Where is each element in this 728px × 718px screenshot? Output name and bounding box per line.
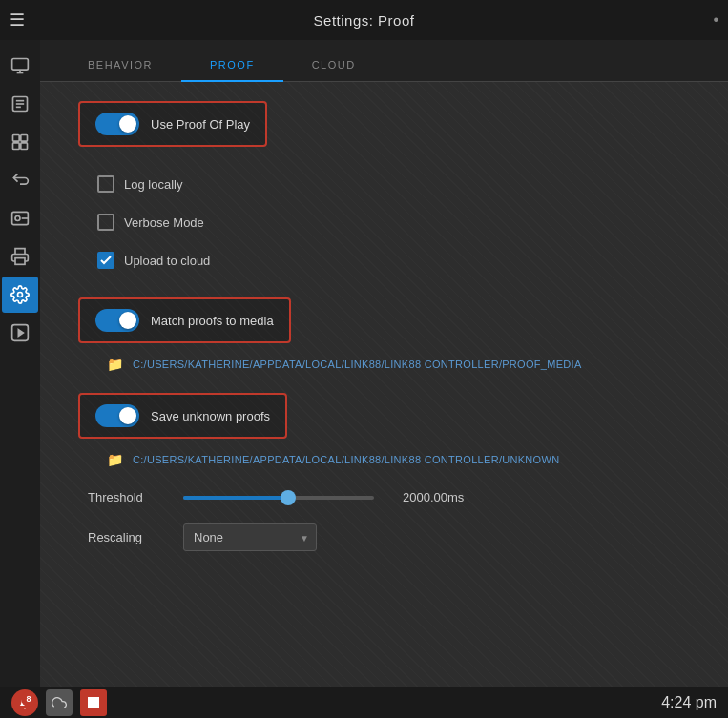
rescaling-row: Rescaling None Fit Fill Stretch xyxy=(88,523,690,551)
upload-to-cloud-label: Upload to cloud xyxy=(124,254,210,268)
cloud-status-button[interactable] xyxy=(46,689,73,716)
hamburger-button[interactable]: ☰ xyxy=(10,10,25,31)
unknown-path-row: 📁 C:/USERS/KATHERINE/APPDATA/LOCAL/LINK8… xyxy=(107,452,690,467)
upload-to-cloud-checkbox[interactable] xyxy=(97,252,114,269)
proof-media-path-link[interactable]: C:/USERS/KATHERINE/APPDATA/LOCAL/LINK88/… xyxy=(133,359,582,370)
tab-behavior[interactable]: BEHAVIOR xyxy=(59,50,181,82)
log-locally-checkbox-row[interactable]: Log locally xyxy=(97,170,182,198)
match-proofs-toggle-knob xyxy=(119,312,136,329)
sidebar-item-layout[interactable] xyxy=(2,124,38,160)
save-unknown-proofs-toggle[interactable] xyxy=(95,404,139,427)
save-unknown-proofs-label: Save unknown proofs xyxy=(151,409,270,423)
match-proofs-toggle[interactable] xyxy=(95,309,139,332)
svg-rect-10 xyxy=(21,143,28,150)
match-proofs-row: Match proofs to media xyxy=(78,297,690,343)
sidebar-item-back[interactable] xyxy=(2,162,38,198)
unknown-folder-icon: 📁 xyxy=(107,452,123,467)
toggle-knob xyxy=(119,115,136,133)
threshold-slider-track[interactable] xyxy=(183,496,374,500)
rescaling-select-wrapper[interactable]: None Fit Fill Stretch xyxy=(183,523,317,551)
svg-point-14 xyxy=(18,293,23,297)
sidebar xyxy=(0,40,40,687)
sidebar-item-play[interactable] xyxy=(2,315,38,351)
svg-marker-16 xyxy=(18,330,23,337)
verbose-mode-checkbox-row[interactable]: Verbose Mode xyxy=(97,208,204,236)
unknown-path-link[interactable]: C:/USERS/KATHERINE/APPDATA/LOCAL/LINK88/… xyxy=(133,454,559,465)
status-time: 4:24 pm xyxy=(661,694,717,711)
sidebar-item-display[interactable] xyxy=(2,48,38,84)
main-layout: BEHAVIOR PROOF CLOUD Use Proof Of Play L… xyxy=(0,40,728,687)
threshold-label: Threshold xyxy=(88,490,164,504)
save-unknown-proofs-row: Save unknown proofs xyxy=(78,393,690,439)
status-left: 8 xyxy=(11,689,107,716)
use-proof-of-play-toggle[interactable] xyxy=(95,113,139,135)
sidebar-item-playlists[interactable] xyxy=(2,86,38,122)
title-bar: ☰ Settings: Proof • xyxy=(0,0,728,40)
use-proof-of-play-label: Use Proof Of Play xyxy=(151,117,250,132)
save-unknown-proofs-toggle-container[interactable]: Save unknown proofs xyxy=(78,393,287,439)
match-proofs-toggle-container[interactable]: Match proofs to media xyxy=(78,297,291,343)
use-proof-of-play-toggle-container[interactable]: Use Proof Of Play xyxy=(78,101,267,147)
log-locally-checkbox[interactable] xyxy=(97,175,114,193)
verbose-mode-label: Verbose Mode xyxy=(124,215,204,230)
notification-button[interactable]: 8 xyxy=(11,689,38,716)
tab-cloud[interactable]: CLOUD xyxy=(283,50,385,82)
more-options-icon[interactable]: • xyxy=(713,11,718,29)
upload-to-cloud-checkbox-row[interactable]: Upload to cloud xyxy=(97,246,210,275)
rescaling-label: Rescaling xyxy=(88,530,164,544)
verbose-mode-checkbox[interactable] xyxy=(97,214,114,231)
sidebar-item-print[interactable] xyxy=(2,238,38,275)
stop-button[interactable] xyxy=(80,689,107,716)
upload-to-cloud-row: Upload to cloud xyxy=(78,246,690,275)
svg-rect-7 xyxy=(13,135,20,142)
status-bar: 8 4:24 pm xyxy=(0,687,728,718)
log-locally-label: Log locally xyxy=(124,177,182,192)
tab-proof[interactable]: PROOF xyxy=(181,50,283,82)
sidebar-item-settings[interactable] xyxy=(2,277,38,313)
log-locally-row: Log locally xyxy=(78,170,690,198)
verbose-mode-row: Verbose Mode xyxy=(78,208,690,236)
folder-icon: 📁 xyxy=(107,357,123,372)
threshold-value: 2000.00ms xyxy=(403,490,464,504)
threshold-slider-fill xyxy=(183,496,288,500)
notification-badge: 8 xyxy=(21,691,36,707)
svg-rect-17 xyxy=(88,697,99,708)
svg-rect-9 xyxy=(13,143,20,150)
svg-rect-0 xyxy=(12,59,29,71)
svg-rect-13 xyxy=(15,258,25,265)
svg-point-12 xyxy=(15,216,20,221)
use-proof-of-play-row: Use Proof Of Play xyxy=(78,101,690,147)
rescaling-select[interactable]: None Fit Fill Stretch xyxy=(183,523,317,551)
threshold-slider-knob[interactable] xyxy=(281,490,296,505)
threshold-row: Threshold 2000.00ms xyxy=(88,490,690,504)
svg-rect-8 xyxy=(21,135,28,142)
settings-content: Use Proof Of Play Log locally Verbose Mo… xyxy=(40,82,728,687)
proof-media-path-row: 📁 C:/USERS/KATHERINE/APPDATA/LOCAL/LINK8… xyxy=(107,357,690,372)
sidebar-item-media[interactable] xyxy=(2,200,38,236)
match-proofs-label: Match proofs to media xyxy=(151,314,274,328)
tabs-bar: BEHAVIOR PROOF CLOUD xyxy=(40,40,728,82)
window-title: Settings: Proof xyxy=(314,12,415,29)
content-area: BEHAVIOR PROOF CLOUD Use Proof Of Play L… xyxy=(40,40,728,687)
save-unknown-proofs-toggle-knob xyxy=(119,407,136,424)
